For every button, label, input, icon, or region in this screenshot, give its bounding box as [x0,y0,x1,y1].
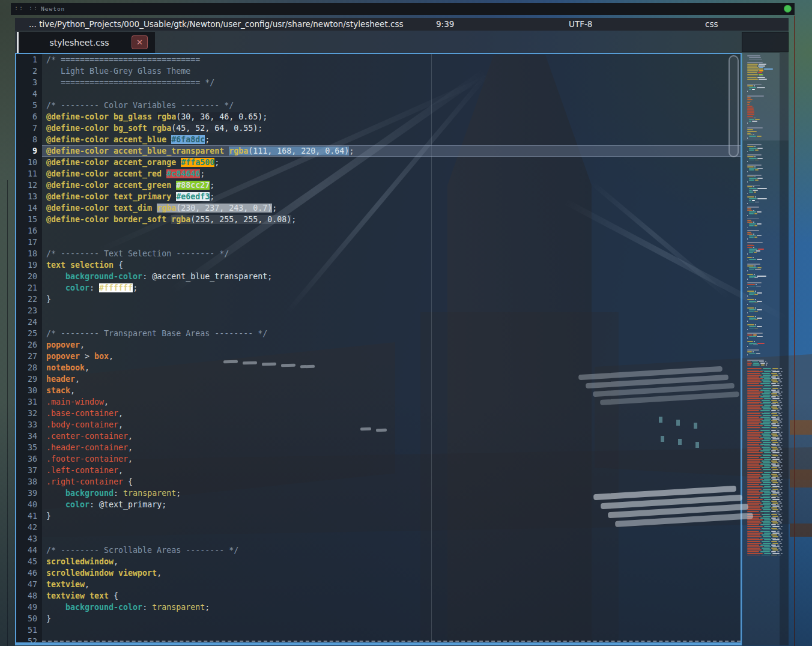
line-number[interactable]: 28 [16,362,42,373]
code-line-text[interactable]: textview, [42,579,741,590]
line-number[interactable]: 12 [16,180,42,191]
code-row[interactable]: 16 [16,225,741,237]
line-number[interactable]: 8 [16,134,42,145]
code-row[interactable]: 27popover > box, [16,351,741,362]
minimap[interactable] [743,53,789,645]
line-number[interactable]: 6 [16,111,42,122]
line-number[interactable]: 34 [16,430,42,442]
code-line-text[interactable]: @define-color text_primary #e6edf3; [42,191,741,202]
line-number[interactable]: 30 [16,385,42,396]
code-line-text[interactable]: color: #ffffff; [42,282,741,294]
code-line-text[interactable]: background: transparent; [42,488,741,499]
code-lines[interactable]: 1/* =============================2 Light… [16,54,741,645]
code-line-text[interactable]: .body-container, [42,419,741,430]
line-number[interactable]: 1 [16,54,42,65]
code-row[interactable]: 7@define-color bg_soft rgba(45, 52, 64, … [16,122,741,134]
vertical-scrollbar[interactable] [727,54,741,642]
line-number[interactable]: 20 [16,271,42,282]
code-row[interactable]: 1/* ============================= [16,54,741,65]
line-number[interactable]: 29 [16,373,42,385]
code-line-text[interactable]: @define-color accent_blue_transparent rg… [42,145,741,157]
code-line-text[interactable]: .main-window, [42,396,741,408]
line-number[interactable]: 39 [16,488,42,499]
line-number[interactable]: 52 [16,636,42,645]
code-line-text[interactable]: } [42,613,741,624]
line-number[interactable]: 27 [16,351,42,362]
code-line-text[interactable]: text selection { [42,259,741,271]
code-row[interactable]: 3 ============================= */ [16,77,741,88]
code-line-text[interactable]: textview text { [42,590,741,602]
line-number[interactable]: 31 [16,396,42,408]
code-line-text[interactable] [42,225,741,237]
line-number[interactable]: 3 [16,77,42,88]
line-number[interactable]: 45 [16,556,42,567]
line-number[interactable]: 50 [16,613,42,624]
line-number[interactable]: 10 [16,157,42,168]
line-number[interactable]: 46 [16,567,42,579]
code-row[interactable]: 5/* -------- Color Variables -------- */ [16,100,741,111]
code-row[interactable]: 51 [16,624,741,636]
code-row[interactable]: 34.center-container, [16,430,741,442]
code-line-text[interactable] [42,624,741,636]
code-line-text[interactable]: } [42,510,741,522]
code-row[interactable]: 35.header-container, [16,442,741,453]
code-line-text[interactable]: @define-color text_dim rgba(230, 237, 24… [42,202,741,214]
code-line-text[interactable]: header, [42,373,741,385]
code-row[interactable]: 48textview text { [16,590,741,602]
line-number[interactable]: 2 [16,65,42,77]
line-number[interactable]: 41 [16,510,42,522]
code-line-text[interactable]: } [42,294,741,305]
code-line-text[interactable]: .left-container, [42,465,741,476]
tab-stylesheet[interactable]: stylesheet.css ✕ [17,32,155,53]
code-row[interactable]: 32.base-container, [16,408,741,419]
code-line-text[interactable]: @define-color bg_soft rgba(45, 52, 64, 0… [42,122,741,134]
code-line-text[interactable]: Light Blue-Grey Glass Theme [42,65,741,77]
code-row[interactable]: 22} [16,294,741,305]
code-row[interactable]: 18/* -------- Text Selection -------- */ [16,248,741,259]
line-number[interactable]: 7 [16,122,42,134]
code-row[interactable]: 50} [16,613,741,624]
title-bar[interactable]: :: :: .. Newton [11,3,795,15]
line-number[interactable]: 22 [16,294,42,305]
code-line-text[interactable]: @define-color accent_blue #6fa8dc; [42,134,741,145]
code-row[interactable]: 44/* -------- Scrollable Areas -------- … [16,545,741,556]
line-number[interactable]: 13 [16,191,42,202]
code-row[interactable]: 36.footer-container, [16,453,741,465]
code-line-text[interactable] [42,533,741,545]
line-number[interactable]: 23 [16,305,42,316]
code-line-text[interactable]: scrolledwindow, [42,556,741,567]
code-row[interactable]: 21 color: #ffffff; [16,282,741,294]
line-number[interactable]: 14 [16,202,42,214]
code-editor[interactable]: 1/* =============================2 Light… [15,53,742,645]
code-row[interactable]: 26popover, [16,339,741,351]
code-row[interactable]: 6@define-color bg_glass rgba(30, 36, 46,… [16,111,741,122]
code-line-text[interactable]: /* ============================= [42,54,741,65]
line-number[interactable]: 43 [16,533,42,545]
code-row[interactable]: 29header, [16,373,741,385]
code-line-text[interactable]: .base-container, [42,408,741,419]
code-line-text[interactable]: /* -------- Color Variables -------- */ [42,100,741,111]
code-row[interactable]: 14@define-color text_dim rgba(230, 237, … [16,202,741,214]
line-number[interactable]: 44 [16,545,42,556]
code-line-text[interactable] [42,237,741,248]
code-row[interactable]: 4 [16,88,741,100]
line-number[interactable]: 42 [16,522,42,533]
code-line-text[interactable]: @define-color border_soft rgba(255, 255,… [42,214,741,225]
line-number[interactable]: 25 [16,328,42,339]
code-row[interactable]: 19text selection { [16,259,741,271]
code-row[interactable]: 10@define-color accent_orange #ffa500; [16,157,741,168]
code-line-text[interactable]: .right-container { [42,476,741,488]
code-line-text[interactable]: background-color: @accent_blue_transpare… [42,271,741,282]
code-line-text[interactable] [42,88,741,100]
line-number[interactable]: 49 [16,602,42,613]
line-number[interactable]: 35 [16,442,42,453]
code-row[interactable]: 38.right-container { [16,476,741,488]
line-number[interactable]: 15 [16,214,42,225]
code-row[interactable]: 12@define-color accent_green #88cc27; [16,180,741,191]
tab-close-button[interactable]: ✕ [132,35,148,49]
code-row[interactable]: 42 [16,522,741,533]
code-row[interactable]: 43 [16,533,741,545]
code-line-text[interactable]: /* -------- Transparent Base Areas -----… [42,328,741,339]
code-row[interactable]: 31.main-window, [16,396,741,408]
line-number[interactable]: 33 [16,419,42,430]
